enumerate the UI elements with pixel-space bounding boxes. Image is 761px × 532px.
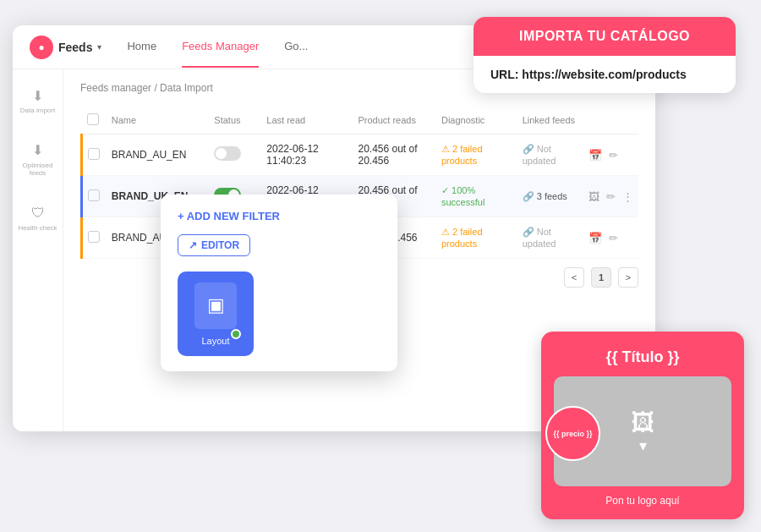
external-link-icon: ↗: [189, 239, 197, 251]
col-header-check: [82, 107, 107, 134]
download-icon: ⬇: [29, 87, 46, 104]
logo-text: Feeds: [58, 41, 92, 54]
sidebar-item-health-check[interactable]: 🛡 Health check: [13, 200, 62, 238]
row3-linked: 🔗 Not updated: [517, 217, 583, 259]
row3-action-icons: 📅 ✏: [589, 232, 633, 244]
row1-action-icons: 📅 ✏: [589, 149, 633, 162]
row1-status[interactable]: [209, 134, 261, 176]
col-header-linked: Linked feeds: [517, 107, 583, 134]
row2-diagnostic: ✓ 100% successful: [436, 176, 517, 217]
table-row: BRAND_AU_EN 2022-06-12 11:40:23 20.456 o…: [82, 134, 639, 176]
col-header-lastread: Last read: [261, 107, 353, 134]
row3-diagnostic: ⚠ 2 failed products: [436, 217, 517, 259]
product-logo-text: Pon tu logo aquí: [554, 495, 731, 507]
nav-feeds-manager[interactable]: Feeds Manager: [182, 26, 259, 68]
sidebar-item-optimised-feeds[interactable]: ⬇ Optimised feeds: [13, 137, 63, 183]
import-url: URL: https://website.com/products: [474, 56, 736, 93]
layout-card[interactable]: ▣ Layout: [178, 271, 254, 356]
row1-name: BRAND_AU_EN: [107, 134, 210, 176]
prev-page-button[interactable]: <: [564, 267, 584, 288]
col-header-name: Name: [107, 107, 210, 134]
sidebar-item-data-import[interactable]: ⬇ Data import: [15, 82, 60, 120]
row3-check: [82, 217, 107, 259]
calendar-icon[interactable]: 📅: [589, 149, 602, 162]
col-header-status: Status: [209, 107, 261, 134]
calendar-icon2[interactable]: 📅: [589, 232, 602, 244]
image-icon[interactable]: 🖼: [589, 190, 599, 203]
import-card: IMPORTA TU CATÁLOGO URL: https://website…: [474, 17, 736, 93]
row1-actions: 📅 ✏: [583, 134, 638, 176]
row1-reads: 20.456 out of 20.456: [353, 134, 436, 176]
row2-actions: 🖼 ✏ ⋮: [583, 176, 638, 217]
col-header-reads: Product reads: [353, 107, 436, 134]
row1-lastread: 2022-06-12 11:40:23: [261, 134, 353, 176]
row1-checkbox[interactable]: [88, 148, 100, 160]
image-placeholder-icon: 🖼: [631, 409, 654, 436]
layout-icon: ▣: [207, 294, 225, 316]
row1-linked: 🔗 Not updated: [517, 134, 583, 176]
row3-actions: 📅 ✏: [583, 217, 638, 259]
header-checkbox[interactable]: [87, 113, 99, 125]
current-page[interactable]: 1: [591, 267, 611, 288]
logo-chevron: ▾: [97, 42, 101, 52]
chevron-down-icon: ▾: [639, 436, 647, 455]
row2-checkbox[interactable]: [88, 189, 100, 201]
nav-home[interactable]: Home: [127, 26, 156, 68]
layout-label: Layout: [201, 336, 229, 346]
sidebar: ⬇ Data import ⬇ Optimised feeds 🛡 Health…: [13, 69, 63, 431]
product-card: {{ Título }} {{ precio }} 🖼 ▾ Pon tu log…: [541, 332, 744, 519]
toggle-off-icon[interactable]: [214, 146, 241, 161]
edit-icon3[interactable]: ✏: [609, 232, 618, 244]
layout-dot: [231, 329, 241, 339]
logo-icon: ●: [30, 36, 53, 59]
logo-area[interactable]: ● Feeds ▾: [30, 36, 101, 59]
import-header: IMPORTA TU CATÁLOGO: [474, 17, 736, 56]
nav-go[interactable]: Go...: [284, 26, 308, 68]
layout-card-inner: ▣: [194, 282, 237, 329]
row2-action-icons: 🖼 ✏ ⋮: [589, 190, 633, 203]
col-header-diagnostic: Diagnostic: [436, 107, 517, 134]
edit-icon2[interactable]: ✏: [606, 190, 616, 203]
filter-popup: + ADD NEW FILTER ↗ EDITOR ▣ Layout: [161, 195, 397, 371]
sidebar-label-health: Health check: [18, 224, 57, 233]
sidebar-label-data-import: Data import: [20, 107, 55, 115]
product-title: {{ Título }}: [554, 348, 731, 366]
product-image-area: {{ precio }} 🖼 ▾: [554, 376, 731, 486]
row2-linked: 🔗 3 feeds: [517, 176, 583, 217]
editor-button[interactable]: ↗ EDITOR: [178, 234, 250, 256]
col-header-actions: [583, 107, 638, 134]
row3-checkbox[interactable]: [88, 231, 100, 243]
optimise-icon: ⬇: [30, 142, 47, 159]
next-page-button[interactable]: >: [618, 267, 638, 288]
row1-check: [82, 134, 107, 176]
shield-icon: 🛡: [30, 205, 47, 222]
row1-diagnostic: ⚠ 2 failed products: [436, 134, 517, 176]
sidebar-label-optimised: Optimised feeds: [18, 162, 57, 178]
price-badge: {{ precio }}: [545, 406, 600, 461]
more-icon[interactable]: ⋮: [622, 190, 633, 203]
add-filter-button[interactable]: + ADD NEW FILTER: [178, 210, 380, 222]
edit-icon[interactable]: ✏: [609, 149, 618, 162]
row2-check: [82, 176, 107, 217]
